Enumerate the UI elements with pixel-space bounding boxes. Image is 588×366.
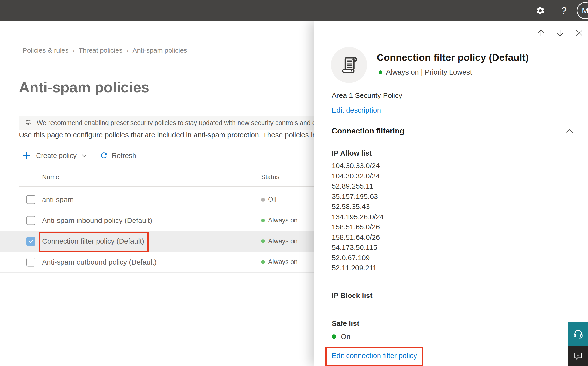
close-button[interactable] xyxy=(575,29,584,37)
support-button[interactable] xyxy=(568,322,588,346)
help-button[interactable]: ? xyxy=(556,0,572,21)
close-icon xyxy=(575,29,583,37)
breadcrumb-anti-spam-policies: Anti-spam policies xyxy=(132,47,187,54)
top-bar: ? M xyxy=(0,0,588,21)
status-dot-on xyxy=(261,219,265,222)
gear-icon xyxy=(536,6,545,15)
policy-description: Area 1 Security Policy xyxy=(332,92,402,99)
row-checkbox[interactable] xyxy=(26,258,35,267)
ip-allow-list-title: IP Allow list xyxy=(332,149,372,157)
avatar: M xyxy=(577,2,588,19)
column-header-status[interactable]: Status xyxy=(261,173,279,181)
scroll-icon xyxy=(339,55,359,75)
settings-button[interactable] xyxy=(532,0,549,21)
chevron-down-icon xyxy=(81,154,87,158)
safe-list-status-text: On xyxy=(341,333,350,341)
refresh-icon xyxy=(100,152,108,160)
feedback-button[interactable] xyxy=(568,346,588,366)
lightbulb-icon xyxy=(24,119,32,127)
create-policy-button[interactable]: Create policy xyxy=(22,152,87,160)
ip-entry: 158.51.64.0/26 xyxy=(332,232,384,243)
row-checkbox-checked[interactable] xyxy=(26,237,35,246)
policy-icon-circle xyxy=(331,47,367,83)
breadcrumb-threat-policies[interactable]: Threat policies xyxy=(79,47,122,54)
ip-entry: 52.58.35.43 xyxy=(332,201,384,212)
column-header-name[interactable]: Name xyxy=(42,173,59,181)
status-label: Off xyxy=(268,196,277,203)
ip-entry: 35.157.195.63 xyxy=(332,191,384,202)
breadcrumb: Policies & rules › Threat policies › Ant… xyxy=(22,47,187,54)
divider xyxy=(332,120,581,120)
chevron-up-icon[interactable] xyxy=(566,128,574,134)
headset-icon xyxy=(573,328,584,340)
safe-list-title: Safe list xyxy=(332,319,359,328)
ip-entry: 158.51.65.0/26 xyxy=(332,222,384,232)
arrow-down-icon xyxy=(556,29,565,37)
ip-entry: 134.195.26.0/24 xyxy=(332,212,384,222)
policy-name: Anti-spam inbound policy (Default) xyxy=(42,210,152,231)
flyout-title: Connection filter policy (Default) xyxy=(377,52,529,63)
previous-item-button[interactable] xyxy=(537,29,545,37)
ip-entry: 54.173.50.115 xyxy=(332,242,384,253)
ip-allow-list: 104.30.33.0/24 104.30.32.0/24 52.89.255.… xyxy=(332,161,384,273)
status-label: Always on xyxy=(268,217,298,224)
edit-connection-filter-policy-link[interactable]: Edit connection filter policy xyxy=(332,351,417,360)
row-checkbox[interactable] xyxy=(26,216,35,225)
question-mark-icon: ? xyxy=(561,5,567,16)
status-dot-on xyxy=(332,335,336,339)
banner-text: We recommend enabling preset security po… xyxy=(37,119,351,127)
section-title: Connection filtering xyxy=(332,127,404,135)
feedback-chat-icon xyxy=(573,351,583,361)
page-title: Anti-spam policies xyxy=(19,79,149,96)
policy-name: anti-spam xyxy=(42,189,74,210)
connection-filtering-section-header[interactable]: Connection filtering xyxy=(332,127,581,137)
breadcrumb-policies-rules[interactable]: Policies & rules xyxy=(22,47,68,54)
check-icon xyxy=(28,238,34,244)
create-policy-label: Create policy xyxy=(36,152,77,160)
status-dot-on xyxy=(261,239,265,243)
status-dot-on xyxy=(379,70,382,74)
ip-entry: 104.30.33.0/24 xyxy=(332,161,384,171)
chevron-right-icon: › xyxy=(126,47,129,54)
ip-entry: 52.89.255.11 xyxy=(332,181,384,191)
row-checkbox[interactable] xyxy=(26,195,35,204)
details-flyout: Connection filter policy (Default) Alway… xyxy=(314,21,588,366)
toolbar: Create policy Refresh xyxy=(22,150,136,162)
account-button[interactable]: M xyxy=(576,0,588,21)
policy-name: Anti-spam outbound policy (Default) xyxy=(42,252,157,273)
status-label: Always on xyxy=(268,238,298,245)
chevron-right-icon: › xyxy=(72,47,75,54)
ip-block-list-title: IP Block list xyxy=(332,291,373,300)
policy-name: Connection filter policy (Default) xyxy=(42,231,144,252)
refresh-button[interactable]: Refresh xyxy=(100,152,136,160)
arrow-up-icon xyxy=(537,29,545,37)
status-dot-off xyxy=(261,198,265,201)
ip-entry: 52.11.209.211 xyxy=(332,263,384,273)
status-dot-on xyxy=(261,260,265,264)
safe-list-status: On xyxy=(332,332,350,341)
flyout-status: Always on | Priority Lowest xyxy=(379,68,472,76)
flyout-status-text: Always on | Priority Lowest xyxy=(386,68,472,76)
ip-entry: 104.30.32.0/24 xyxy=(332,171,384,181)
ip-entry: 52.0.67.109 xyxy=(332,253,384,263)
plus-icon xyxy=(22,152,30,160)
next-item-button[interactable] xyxy=(556,29,565,37)
edit-description-link[interactable]: Edit description xyxy=(332,106,381,114)
status-label: Always on xyxy=(268,258,298,266)
refresh-label: Refresh xyxy=(112,152,136,160)
